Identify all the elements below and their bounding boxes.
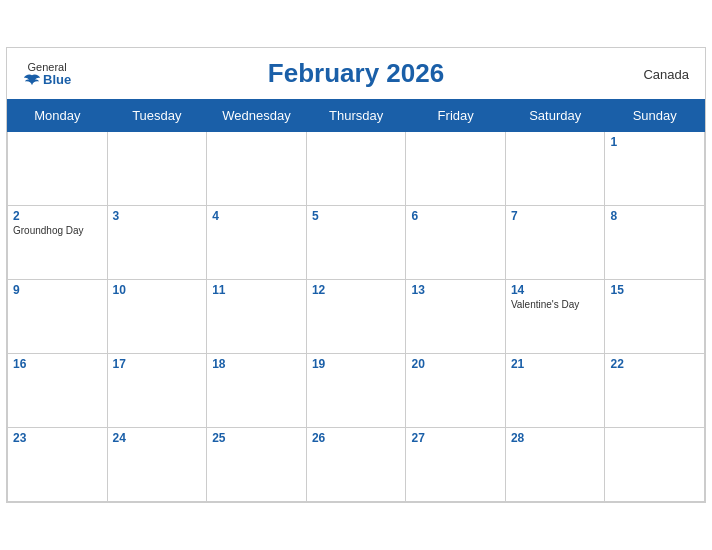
header-wednesday: Wednesday: [207, 100, 307, 132]
cell-w4-d3: 18: [207, 354, 307, 428]
day-number: 21: [511, 357, 600, 371]
header-thursday: Thursday: [306, 100, 406, 132]
day-number: 16: [13, 357, 102, 371]
cell-w5-d7: [605, 428, 705, 502]
day-number: 20: [411, 357, 499, 371]
day-number: 27: [411, 431, 499, 445]
calendar-body: 12Groundhog Day34567891011121314Valentin…: [8, 132, 705, 502]
cell-w1-d3: [207, 132, 307, 206]
calendar-header: General Blue February 2026 Canada: [7, 48, 705, 99]
cell-w4-d2: 17: [107, 354, 207, 428]
calendar-grid: Monday Tuesday Wednesday Thursday Friday…: [7, 99, 705, 502]
logo-bird-icon: [23, 73, 41, 87]
header-saturday: Saturday: [505, 100, 605, 132]
day-number: 22: [610, 357, 699, 371]
header-sunday: Sunday: [605, 100, 705, 132]
day-number: 18: [212, 357, 301, 371]
holiday-label: Valentine's Day: [511, 299, 600, 310]
week-row-1: 1: [8, 132, 705, 206]
day-number: 5: [312, 209, 401, 223]
day-number: 10: [113, 283, 202, 297]
day-number: 8: [610, 209, 699, 223]
calendar-wrapper: General Blue February 2026 Canada Monday…: [6, 47, 706, 503]
cell-w1-d4: [306, 132, 406, 206]
day-number: 24: [113, 431, 202, 445]
day-number: 2: [13, 209, 102, 223]
day-number: 23: [13, 431, 102, 445]
cell-w2-d4: 5: [306, 206, 406, 280]
cell-w5-d2: 24: [107, 428, 207, 502]
cell-w2-d3: 4: [207, 206, 307, 280]
cell-w4-d1: 16: [8, 354, 108, 428]
day-number: 13: [411, 283, 499, 297]
cell-w2-d2: 3: [107, 206, 207, 280]
cell-w2-d5: 6: [406, 206, 505, 280]
day-number: 28: [511, 431, 600, 445]
day-number: 11: [212, 283, 301, 297]
cell-w2-d1: 2Groundhog Day: [8, 206, 108, 280]
cell-w3-d6: 14Valentine's Day: [505, 280, 605, 354]
cell-w1-d2: [107, 132, 207, 206]
day-number: 4: [212, 209, 301, 223]
day-number: 12: [312, 283, 401, 297]
day-number: 17: [113, 357, 202, 371]
cell-w3-d5: 13: [406, 280, 505, 354]
cell-w5-d6: 28: [505, 428, 605, 502]
cell-w4-d5: 20: [406, 354, 505, 428]
week-row-5: 232425262728: [8, 428, 705, 502]
day-number: 25: [212, 431, 301, 445]
week-row-3: 91011121314Valentine's Day15: [8, 280, 705, 354]
cell-w5-d4: 26: [306, 428, 406, 502]
header-friday: Friday: [406, 100, 505, 132]
day-number: 19: [312, 357, 401, 371]
cell-w1-d6: [505, 132, 605, 206]
cell-w1-d7: 1: [605, 132, 705, 206]
cell-w2-d6: 7: [505, 206, 605, 280]
day-number: 15: [610, 283, 699, 297]
cell-w1-d5: [406, 132, 505, 206]
logo-blue-text: Blue: [23, 72, 71, 86]
day-number: 9: [13, 283, 102, 297]
cell-w4-d6: 21: [505, 354, 605, 428]
cell-w3-d4: 12: [306, 280, 406, 354]
cell-w3-d2: 10: [107, 280, 207, 354]
cell-w4-d7: 22: [605, 354, 705, 428]
header-monday: Monday: [8, 100, 108, 132]
weekday-header-row: Monday Tuesday Wednesday Thursday Friday…: [8, 100, 705, 132]
day-number: 6: [411, 209, 499, 223]
cell-w5-d5: 27: [406, 428, 505, 502]
holiday-label: Groundhog Day: [13, 225, 102, 236]
week-row-2: 2Groundhog Day345678: [8, 206, 705, 280]
cell-w5-d1: 23: [8, 428, 108, 502]
cell-w4-d4: 19: [306, 354, 406, 428]
week-row-4: 16171819202122: [8, 354, 705, 428]
day-number: 1: [610, 135, 699, 149]
cell-w3-d1: 9: [8, 280, 108, 354]
cell-w2-d7: 8: [605, 206, 705, 280]
day-number: 3: [113, 209, 202, 223]
day-number: 7: [511, 209, 600, 223]
cell-w5-d3: 25: [207, 428, 307, 502]
cell-w3-d7: 15: [605, 280, 705, 354]
cell-w3-d3: 11: [207, 280, 307, 354]
calendar-title: February 2026: [268, 58, 444, 89]
header-tuesday: Tuesday: [107, 100, 207, 132]
day-number: 26: [312, 431, 401, 445]
country-label: Canada: [643, 66, 689, 81]
cell-w1-d1: [8, 132, 108, 206]
logo-area: General Blue: [23, 60, 71, 86]
day-number: 14: [511, 283, 600, 297]
